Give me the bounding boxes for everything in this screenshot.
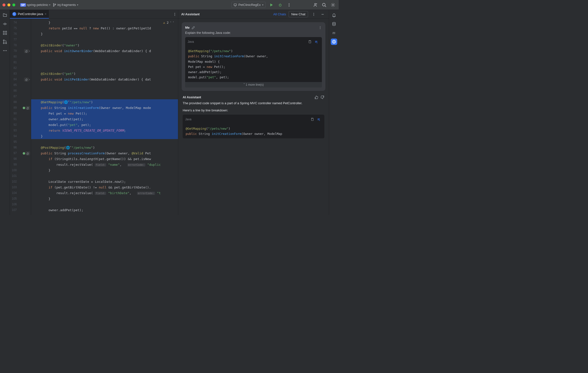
user-prompt-text: Explain the following Java code: <box>185 31 322 35</box>
thumbs-down-button[interactable] <box>320 95 324 99</box>
settings-button[interactable] <box>330 2 336 8</box>
branch-name: inj-fragments <box>57 3 76 7</box>
tab-file-name: PetController.java <box>18 12 43 16</box>
code-lang-label: Java <box>188 40 194 43</box>
git-branch-selector[interactable]: inj-fragments ▾ <box>53 3 78 7</box>
svg-point-2 <box>55 4 56 5</box>
insert-code-button[interactable] <box>315 116 322 123</box>
run-config-icon <box>234 3 237 7</box>
svg-point-35 <box>320 28 320 29</box>
assistant-code-block: Java @GetMapping("/pets/new") public Str… <box>183 115 324 139</box>
line-number-gutter: 7475767778798081828384858687888990919293… <box>10 19 19 215</box>
svg-point-34 <box>320 27 320 28</box>
ai-assistant-panel: AI Assistant All Chats New Chat Me Expla… <box>178 10 329 215</box>
svg-point-39 <box>333 22 335 23</box>
chevron-down-icon: ▾ <box>49 3 50 6</box>
svg-point-4 <box>279 4 281 6</box>
override-gutter-icon[interactable]: @ <box>26 106 30 110</box>
endpoint-gutter-icon[interactable] <box>23 107 25 109</box>
editor-area: C PetController.java × 74757677787980818… <box>10 10 178 215</box>
code-editor[interactable]: 7475767778798081828384858687888990919293… <box>10 19 178 215</box>
copy-code-button[interactable] <box>307 39 313 45</box>
close-tab-button[interactable]: × <box>45 12 47 16</box>
svg-point-6 <box>289 4 290 5</box>
code-with-me-button[interactable] <box>312 2 318 8</box>
editor-tab-bar: C PetController.java × <box>10 10 178 19</box>
top-bar: SP spring-petclinic ▾ inj-fragments ▾ Pe… <box>0 0 339 10</box>
user-message: Me Explain the following Java code: Java <box>182 22 325 91</box>
editor-tab[interactable]: C PetController.java × <box>10 10 49 19</box>
thumbs-up-button[interactable] <box>314 95 318 99</box>
assistant-message: AI Assistant The provided code snippet i… <box>182 95 325 139</box>
maximize-window-button[interactable] <box>12 3 15 6</box>
project-name: spring-petclinic <box>27 3 48 7</box>
svg-point-0 <box>53 3 54 4</box>
warning-icon: ⚠ <box>163 21 165 24</box>
database-tool-button[interactable] <box>331 21 337 27</box>
copy-code-button[interactable] <box>309 116 315 123</box>
svg-point-30 <box>314 13 314 14</box>
svg-point-29 <box>175 15 175 16</box>
pull-requests-tool-button[interactable] <box>2 39 8 45</box>
message-author: AI Assistant <box>183 95 201 99</box>
svg-point-8 <box>314 3 316 5</box>
svg-point-41 <box>332 40 336 43</box>
warning-count: 2 <box>167 21 169 24</box>
svg-point-40 <box>333 41 335 43</box>
svg-point-10 <box>333 4 334 5</box>
svg-point-16 <box>3 40 4 41</box>
close-window-button[interactable] <box>2 3 5 6</box>
svg-point-32 <box>314 15 314 16</box>
inspections-widget[interactable]: ⚠ 2 ˄ ˅ <box>162 20 176 25</box>
message-menu-button[interactable] <box>318 26 322 29</box>
insert-code-button[interactable] <box>313 39 319 45</box>
project-selector[interactable]: SP spring-petclinic ▾ <box>20 3 50 7</box>
message-author: Me <box>185 26 190 29</box>
structure-tool-button[interactable] <box>2 30 8 36</box>
svg-point-17 <box>3 42 4 44</box>
branch-icon <box>53 3 56 7</box>
more-tool-windows-button[interactable] <box>2 47 8 54</box>
new-chat-button[interactable]: New Chat <box>289 11 308 17</box>
override-gutter-icon[interactable]: @ <box>24 49 28 53</box>
chevron-up-icon[interactable]: ˄ <box>170 21 171 24</box>
search-everywhere-button[interactable] <box>321 2 327 8</box>
chevron-down-icon[interactable]: ˅ <box>173 21 174 24</box>
ai-panel-header: AI Assistant All Chats New Chat <box>178 10 329 19</box>
edit-message-icon[interactable] <box>192 26 195 29</box>
ai-more-options-button[interactable] <box>311 11 317 18</box>
right-tool-rail: m <box>329 10 339 215</box>
svg-point-11 <box>4 23 6 25</box>
endpoint-gutter-icon[interactable] <box>23 152 25 155</box>
maven-tool-button[interactable]: m <box>331 30 337 36</box>
editor-options-button[interactable] <box>172 11 178 18</box>
run-button[interactable] <box>268 2 274 8</box>
ai-panel-title: AI Assistant <box>181 12 200 16</box>
debug-button[interactable] <box>277 2 283 8</box>
project-badge: SP <box>20 3 26 7</box>
all-chats-link[interactable]: All Chats <box>273 12 286 16</box>
more-actions-button[interactable] <box>286 2 292 8</box>
assistant-paragraph: Here's a line by line breakdown: <box>183 108 324 112</box>
override-gutter-icon[interactable]: @ <box>26 152 30 155</box>
minimize-panel-button[interactable] <box>319 11 326 18</box>
ai-assistant-tool-button[interactable] <box>331 39 337 45</box>
svg-rect-15 <box>5 33 7 35</box>
chevron-down-icon: ▾ <box>77 3 78 6</box>
run-configuration-selector[interactable]: PetClinicRegEx ▾ <box>231 2 266 8</box>
code-content[interactable]: ⚠ 2 ˄ ˅ } return petId == null ? new Pet… <box>31 19 178 215</box>
svg-point-1 <box>53 5 54 6</box>
svg-rect-12 <box>3 31 4 32</box>
commit-tool-button[interactable] <box>2 21 8 27</box>
svg-point-18 <box>5 42 7 44</box>
chat-scroll-area[interactable]: Me Explain the following Java code: Java <box>178 19 329 215</box>
window-controls <box>2 3 15 6</box>
svg-point-9 <box>322 3 325 6</box>
project-tool-button[interactable] <box>2 12 8 18</box>
minimize-window-button[interactable] <box>7 3 10 6</box>
override-gutter-icon[interactable]: @ <box>24 78 28 81</box>
svg-point-21 <box>6 50 6 51</box>
svg-point-19 <box>3 50 4 51</box>
expand-code-button[interactable]: ˅ 1 more line(s) <box>185 82 322 87</box>
notifications-button[interactable] <box>331 12 337 18</box>
